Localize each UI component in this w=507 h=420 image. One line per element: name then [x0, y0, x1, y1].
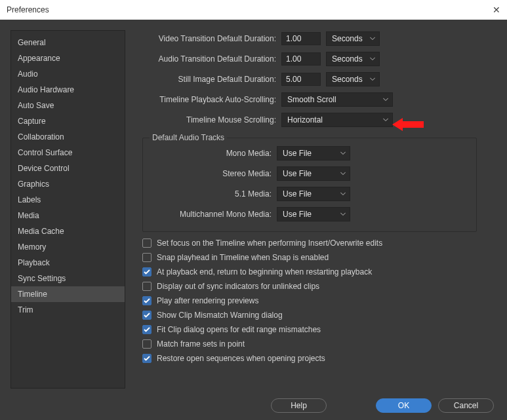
sidebar-item-labels[interactable]: Labels: [11, 192, 125, 208]
mono-media-dropdown[interactable]: Use File: [277, 146, 350, 161]
mono-media-label: Mono Media:: [150, 149, 272, 158]
multichannel-media-label: Multichannel Mono Media:: [150, 210, 272, 219]
chevron-down-icon: [370, 58, 375, 61]
sidebar-item-memory[interactable]: Memory: [11, 239, 125, 255]
checkbox-label: Play after rendering previews: [157, 296, 258, 305]
checkbox-row: Restore open sequences when opening proj…: [142, 354, 497, 363]
dropdown-value: Seconds: [332, 34, 363, 43]
sidebar-item-playback[interactable]: Playback: [11, 255, 125, 271]
sidebar-item-sync-settings[interactable]: Sync Settings: [11, 271, 125, 286]
checkbox-label: Match frame sets in point: [157, 339, 245, 349]
checkbox-row: Show Clip Mismatch Warning dialog: [142, 311, 497, 320]
sidebar-item-timeline[interactable]: Timeline: [11, 286, 125, 302]
stereo-media-dropdown[interactable]: Use File: [277, 166, 350, 181]
sidebar-item-device-control[interactable]: Device Control: [11, 161, 125, 176]
sidebar-item-control-surface[interactable]: Control Surface: [11, 145, 125, 161]
checkbox-row: Snap playhead in Timeline when Snap is e…: [142, 253, 497, 262]
dropdown-value: Seconds: [332, 54, 363, 64]
dropdown-value: Use File: [283, 169, 312, 178]
chevron-down-icon: [340, 193, 346, 196]
preferences-sidebar: GeneralAppearanceAudioAudio HardwareAuto…: [10, 30, 125, 389]
chevron-down-icon: [370, 78, 375, 81]
dropdown-value: Use File: [283, 210, 312, 219]
sidebar-item-graphics[interactable]: Graphics: [11, 176, 125, 192]
chevron-down-icon: [370, 37, 375, 41]
sidebar-item-audio[interactable]: Audio: [11, 66, 125, 82]
chevron-down-icon: [340, 213, 346, 216]
checkbox-row: Play after rendering previews: [142, 296, 497, 305]
checkbox[interactable]: [142, 253, 152, 262]
mouse-scrolling-dropdown[interactable]: Horizontal: [281, 113, 393, 127]
chevron-down-icon: [383, 98, 388, 102]
checkbox-label: Snap playhead in Timeline when Snap is e…: [157, 253, 329, 262]
checkbox-row: Display out of sync indicators for unlin…: [142, 282, 497, 291]
video-transition-input[interactable]: [281, 32, 321, 45]
video-transition-unit-dropdown[interactable]: Seconds: [326, 31, 380, 46]
playback-autoscroll-dropdown[interactable]: Smooth Scroll: [281, 92, 393, 107]
audio-transition-input[interactable]: [281, 52, 321, 66]
dropdown-value: Horizontal: [287, 115, 323, 124]
audio-transition-unit-dropdown[interactable]: Seconds: [326, 52, 380, 66]
cancel-button[interactable]: Cancel: [438, 398, 494, 413]
preferences-content: Video Transition Default Duration: Secon…: [125, 30, 497, 389]
checkbox[interactable]: [142, 267, 152, 277]
checkbox-label: Fit Clip dialog opens for edit range mis…: [157, 325, 321, 334]
chevron-down-icon: [383, 119, 388, 122]
sidebar-item-audio-hardware[interactable]: Audio Hardware: [11, 82, 125, 98]
window-title: Preferences: [7, 5, 49, 14]
stereo-media-label: Stereo Media:: [150, 169, 272, 178]
checkbox[interactable]: [142, 325, 152, 334]
ok-button[interactable]: OK: [376, 398, 432, 413]
checkbox-label: Set focus on the Timeline when performin…: [157, 239, 382, 248]
checkbox[interactable]: [142, 296, 152, 305]
checkbox-label: Show Clip Mismatch Warning dialog: [157, 311, 283, 320]
checkbox-label: Restore open sequences when opening proj…: [157, 354, 325, 363]
dropdown-value: Use File: [283, 149, 312, 158]
sidebar-item-general[interactable]: General: [11, 35, 125, 50]
checkbox[interactable]: [142, 311, 152, 320]
checkbox[interactable]: [142, 339, 152, 349]
checkbox-label: Display out of sync indicators for unlin…: [157, 282, 319, 291]
checkbox-row: Fit Clip dialog opens for edit range mis…: [142, 325, 497, 334]
dropdown-value: Smooth Scroll: [287, 95, 336, 104]
sidebar-item-media[interactable]: Media: [11, 208, 125, 223]
dropdown-value: Seconds: [332, 75, 363, 84]
audio-transition-label: Audio Transition Default Duration:: [138, 54, 276, 64]
multichannel-media-dropdown[interactable]: Use File: [277, 207, 350, 221]
dropdown-value: Use File: [283, 189, 312, 199]
sidebar-item-collaboration[interactable]: Collaboration: [11, 129, 125, 145]
chevron-down-icon: [340, 172, 346, 176]
checkbox-row: Match frame sets in point: [142, 339, 497, 349]
checkbox[interactable]: [142, 354, 152, 363]
fiveone-media-dropdown[interactable]: Use File: [277, 187, 350, 201]
fiveone-media-label: 5.1 Media:: [150, 189, 272, 199]
sidebar-item-capture[interactable]: Capture: [11, 113, 125, 129]
checkbox-row: Set focus on the Timeline when performin…: [142, 239, 497, 248]
checkbox-row: At playback end, return to beginning whe…: [142, 267, 497, 277]
default-audio-tracks-group: Default Audio Tracks Mono Media: Use Fil…: [142, 133, 477, 232]
still-image-unit-dropdown[interactable]: Seconds: [326, 72, 380, 86]
group-legend: Default Audio Tracks: [150, 133, 227, 142]
checkbox-label: At playback end, return to beginning whe…: [157, 267, 372, 277]
video-transition-label: Video Transition Default Duration:: [138, 34, 276, 43]
sidebar-item-appearance[interactable]: Appearance: [11, 50, 125, 66]
playback-autoscroll-label: Timeline Playback Auto-Scrolling:: [138, 95, 276, 104]
mouse-scrolling-label: Timeline Mouse Scrolling:: [138, 115, 276, 124]
close-icon[interactable]: ✕: [493, 5, 500, 15]
sidebar-item-media-cache[interactable]: Media Cache: [11, 223, 125, 239]
sidebar-item-auto-save[interactable]: Auto Save: [11, 98, 125, 113]
help-button[interactable]: Help: [271, 398, 327, 413]
still-image-label: Still Image Default Duration:: [138, 75, 276, 84]
chevron-down-icon: [340, 152, 346, 155]
checkbox[interactable]: [142, 282, 152, 291]
sidebar-item-trim[interactable]: Trim: [11, 302, 125, 318]
checkbox[interactable]: [142, 239, 152, 248]
still-image-input[interactable]: [281, 73, 321, 86]
